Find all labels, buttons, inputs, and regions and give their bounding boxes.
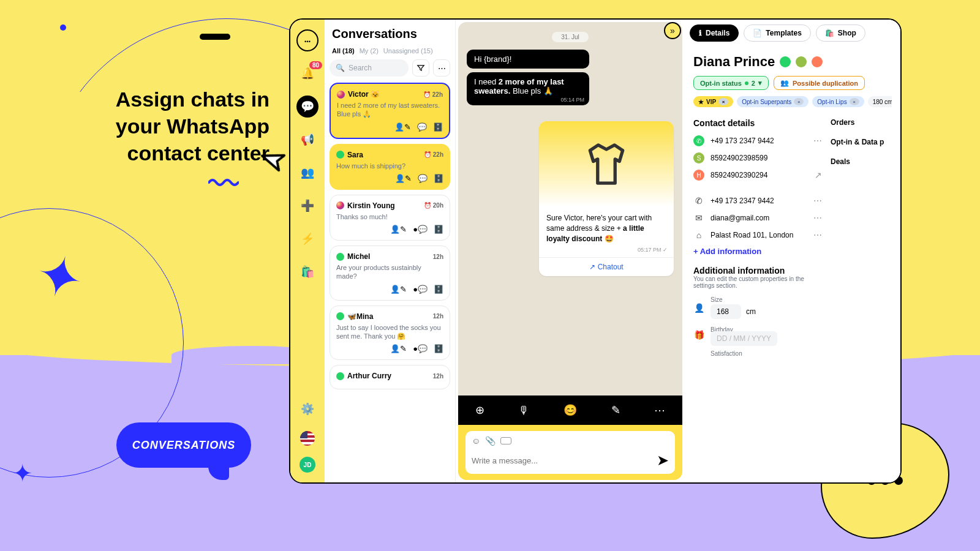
conversations-nav-icon[interactable]: 💬	[296, 96, 318, 118]
assign-icon[interactable]: 👤✎	[395, 174, 412, 183]
conversation-list: Victor 😼 ⏰22h I need 2 more of my last s…	[330, 83, 450, 475]
tab-details[interactable]: ℹDetails	[690, 24, 739, 42]
chat-date: 31. Jul	[552, 32, 589, 42]
whatsapp-icon	[336, 151, 344, 159]
archive-icon[interactable]: 🗄️	[433, 122, 443, 132]
whatsapp-icon	[780, 56, 791, 67]
archive-icon[interactable]: 🗄️	[434, 174, 443, 183]
svg-point-1	[304, 40, 306, 42]
satisfaction-label: Satisfaction	[710, 350, 822, 357]
people-icon: 👥	[780, 79, 789, 87]
more-icon[interactable]: ⋯	[813, 196, 822, 206]
contact-hubspot: H85924902390294↗	[693, 170, 822, 181]
emoji-face-icon[interactable]: 😊	[564, 403, 577, 417]
add-icon[interactable]: ⊕	[475, 403, 484, 417]
conversation-card[interactable]: Arthur Curry 12h	[330, 365, 450, 389]
whatsapp-icon	[336, 312, 344, 320]
tab-templates[interactable]: 📄Templates	[744, 24, 810, 42]
conversations-panel: Conversations All (18) My (2) Unassigned…	[325, 20, 456, 482]
duplication-warning[interactable]: 👥Possible duplication	[774, 76, 865, 90]
archive-icon[interactable]: 🗄️	[434, 285, 443, 294]
more-icon[interactable]: ⋯	[813, 213, 822, 223]
tag-vip[interactable]: ★ VIP ×	[693, 96, 733, 107]
conversation-card[interactable]: Sara ⏰22h How much is shipping? 👤✎ 💬 🗄️	[330, 144, 450, 190]
birthday-input[interactable]: DD / MM / YYYY	[710, 331, 777, 346]
templates-icon: 📄	[753, 29, 762, 37]
contact-address: ⌂Palast Road 101, London⋯	[693, 230, 822, 241]
contacts-nav-icon[interactable]: 👥	[296, 162, 318, 184]
user-avatar[interactable]: JD	[300, 457, 315, 473]
chat-unread-icon[interactable]: ●💬	[413, 285, 428, 294]
alarm-icon: ⏰	[423, 91, 431, 98]
tag[interactable]: Opt-in Lips ×	[812, 96, 864, 107]
message-incoming: Hi {brand}!	[467, 50, 589, 69]
language-flag[interactable]	[300, 431, 315, 446]
template-icon[interactable]	[500, 437, 511, 444]
archive-icon[interactable]: 🗄️	[434, 225, 443, 234]
chat-unread-icon[interactable]: ●💬	[413, 225, 428, 234]
add-nav-icon[interactable]: ➕	[296, 195, 318, 217]
attach-icon[interactable]: 📎	[485, 436, 496, 446]
automations-nav-icon[interactable]: ⚡	[296, 228, 318, 250]
assign-icon[interactable]: 👤✎	[394, 122, 411, 132]
conversation-card[interactable]: Kirstin Young ⏰20h Thanks so much! 👤✎ ●💬…	[330, 195, 450, 241]
chat-icon[interactable]: 💬	[417, 122, 427, 132]
details-panel: ℹDetails 📄Templates 🛍️Shop Diana Prince …	[685, 20, 900, 482]
size-input[interactable]: 168	[710, 304, 741, 319]
contact-name: Diana Prince	[693, 54, 892, 70]
settings-icon[interactable]: ⚙️	[296, 398, 318, 420]
shop-nav-icon[interactable]: 🛍️	[296, 261, 318, 283]
assign-icon[interactable]: 👤✎	[390, 225, 407, 234]
composer: ☺ 📎 ➤	[458, 425, 682, 480]
tab-unassigned[interactable]: Unassigned (15)	[383, 47, 433, 54]
assign-icon[interactable]: 👤✎	[390, 285, 407, 294]
send-button[interactable]: ➤	[657, 452, 669, 469]
collapse-details-button[interactable]: »	[664, 22, 681, 39]
archive-icon[interactable]: 🗄️	[434, 344, 443, 353]
instagram-icon	[336, 201, 344, 209]
person-icon: 👤	[693, 302, 704, 313]
chatout-link[interactable]: ↗ Chatout	[539, 257, 674, 276]
more-icon[interactable]: ⋯	[654, 403, 665, 417]
assign-icon[interactable]: 👤✎	[390, 344, 407, 353]
app-window: 🔔80 💬 📢 👥 ➕ ⚡ 🛍️ ⚙️ JD Conversations All…	[289, 18, 902, 484]
contact-shopify: S85924902398599	[693, 152, 822, 163]
tag[interactable]: Opt-in Superpants ×	[737, 96, 809, 107]
campaigns-nav-icon[interactable]: 📢	[296, 129, 318, 151]
info-icon: ℹ	[699, 29, 702, 37]
svg-point-2	[307, 40, 309, 42]
message-input[interactable]	[472, 456, 657, 465]
svg-point-3	[309, 40, 311, 42]
sparkle-small-icon: ✦	[12, 459, 33, 487]
voice-icon[interactable]: 🎙	[518, 404, 529, 417]
more-icon[interactable]: ⋯	[813, 136, 822, 146]
side-orders[interactable]: Orders	[831, 118, 892, 127]
chat-unread-icon[interactable]: ●💬	[413, 344, 428, 353]
optin-status-dropdown[interactable]: Opt-in status2 ▾	[693, 76, 769, 90]
side-optin[interactable]: Opt-in & Data p	[831, 138, 892, 146]
tab-my[interactable]: My (2)	[360, 47, 379, 54]
chat-icon[interactable]: 💬	[418, 174, 428, 183]
conversation-card[interactable]: Michel 12h Are your products sustainbly …	[330, 246, 450, 301]
search-input[interactable]: 🔍 Search	[330, 59, 409, 77]
conversation-card[interactable]: Victor 😼 ⏰22h I need 2 more of my last s…	[330, 83, 450, 139]
tab-all[interactable]: All (18)	[332, 47, 355, 54]
alarm-icon: ⏰	[424, 202, 431, 209]
more-button[interactable]: ⋯	[433, 59, 450, 77]
filter-button[interactable]	[412, 59, 429, 77]
email-icon: ✉	[693, 212, 704, 223]
side-deals[interactable]: Deals	[831, 157, 892, 166]
contact-email: ✉diana@gmail.com⋯	[693, 212, 822, 223]
brand-logo[interactable]	[296, 29, 318, 51]
chat-panel: 31. Jul Hi {brand}! I need 2 more of my …	[458, 22, 682, 480]
add-information-button[interactable]: + Add information	[693, 247, 822, 256]
note-icon[interactable]: ✎	[611, 403, 620, 417]
tab-shop[interactable]: 🛍️Shop	[816, 24, 865, 42]
open-icon[interactable]: ↗	[815, 170, 822, 180]
emoji-icon[interactable]: ☺	[472, 436, 480, 446]
tag[interactable]: 180 cm	[868, 96, 892, 107]
svg-point-0	[302, 35, 313, 46]
more-icon[interactable]: ⋯	[813, 230, 822, 240]
conversation-card[interactable]: 🦋Mina 12h Just to say I loooved the sock…	[330, 305, 450, 361]
notifications-icon[interactable]: 🔔80	[296, 62, 318, 84]
